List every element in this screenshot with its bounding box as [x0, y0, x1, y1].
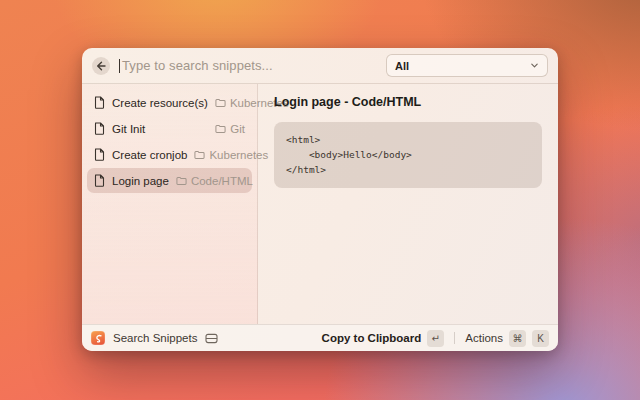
action-bar: Search Snippets Copy to Clipboard ↵ Acti… [82, 324, 558, 351]
list-item-title: Login page [112, 175, 169, 187]
document-icon [94, 174, 105, 187]
copy-to-clipboard-button[interactable]: Copy to Clipboard [322, 332, 422, 344]
folder-icon [215, 98, 226, 108]
actions-button[interactable]: Actions [465, 332, 503, 344]
document-icon [94, 148, 105, 161]
folder-icon [194, 150, 205, 160]
list-item-folder: Code/HTML [191, 175, 253, 187]
folder-icon [215, 124, 226, 134]
drive-icon [205, 333, 218, 344]
list-item-folder: Git [230, 123, 245, 135]
list-item-create-cronjob[interactable]: Create cronjob Kubernetes [87, 142, 252, 167]
filter-dropdown[interactable]: All [386, 54, 548, 77]
arrow-left-icon [96, 61, 106, 71]
list-item-title: Create resource(s) [112, 97, 208, 109]
snippets-window: Type to search snippets... All Create re… [82, 48, 558, 351]
content-area: Create resource(s) Kubernetes Git Init [82, 84, 558, 324]
detail-panel: Login page - Code/HTML <html> <body>Hell… [258, 84, 558, 324]
enter-keycap: ↵ [427, 330, 444, 347]
footer-actions: Copy to Clipboard ↵ Actions ⌘ K [322, 330, 549, 347]
extension-name: Search Snippets [113, 332, 197, 344]
search-placeholder: Type to search snippets... [122, 58, 273, 73]
filter-dropdown-value: All [395, 60, 409, 72]
k-keycap: K [532, 330, 549, 347]
back-button[interactable] [92, 57, 110, 75]
folder-icon [176, 176, 187, 186]
document-icon [94, 96, 105, 109]
snippets-app-icon [91, 331, 105, 345]
chevron-down-icon [530, 61, 539, 70]
list-item-git-init[interactable]: Git Init Git [87, 116, 252, 141]
cmd-keycap: ⌘ [509, 330, 526, 347]
list-item-title: Create cronjob [112, 149, 187, 161]
text-caret [119, 59, 120, 73]
search-input[interactable]: Type to search snippets... [119, 58, 386, 73]
list-item-login-page[interactable]: Login page Code/HTML [87, 168, 252, 193]
list-item-accessory: Git [215, 123, 245, 135]
detail-title: Login page - Code/HTML [274, 95, 542, 109]
list-item-title: Git Init [112, 123, 145, 135]
list-item-accessory: Code/HTML [176, 175, 253, 187]
document-icon [94, 122, 105, 135]
code-content: <html> <body>Hello</body> </html> [286, 132, 530, 178]
search-header: Type to search snippets... All [82, 48, 558, 84]
list-item-create-resources[interactable]: Create resource(s) Kubernetes [87, 90, 252, 115]
code-block: <html> <body>Hello</body> </html> [274, 122, 542, 188]
footer-divider [454, 332, 455, 344]
snippet-list: Create resource(s) Kubernetes Git Init [82, 84, 258, 324]
